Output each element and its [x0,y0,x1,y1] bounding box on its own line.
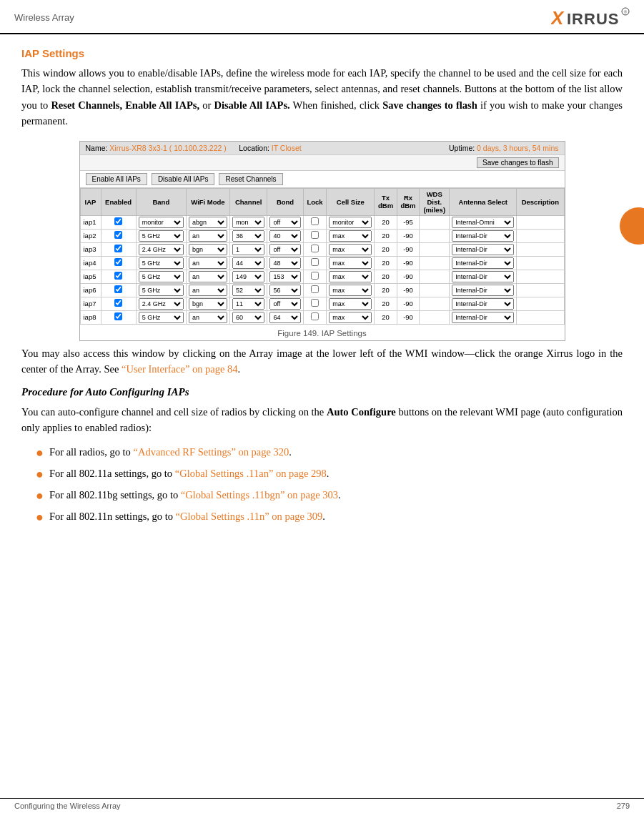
iap-bond-select[interactable]: off [269,298,300,310]
iap-bond-cell[interactable]: 64 [267,310,303,324]
iap-enabled-checkbox[interactable] [114,231,122,239]
iap-cell-size-cell[interactable]: monitor [327,215,375,229]
iap-antenna-cell[interactable]: Internal-Dir [450,229,517,242]
iap-bond-select[interactable]: 153 [269,271,300,282]
iap-bond-select[interactable]: off [269,244,300,255]
iap-band-select[interactable]: 5 GHz5 GHz2.4 GHzmonitor [139,271,184,282]
iap-antenna-cell[interactable]: Internal-Omni [450,215,517,229]
iap-enabled-cell[interactable] [101,270,136,283]
bullet-link[interactable]: “Global Settings .11n” on page 309 [176,511,323,522]
iap-band-cell[interactable]: 5 GHz5 GHz2.4 GHzmonitor [136,283,186,297]
iap-wifi-mode-select[interactable]: abgnanbgnabgn [189,217,227,228]
iap-cell-size-select[interactable]: max [329,285,372,296]
iap-antenna-select[interactable]: Internal-Dir [452,298,514,310]
iap-lock-checkbox[interactable] [311,231,319,239]
iap-band-cell[interactable]: 2.4 GHz5 GHz2.4 GHzmonitor [136,242,186,256]
iap-antenna-select[interactable]: Internal-Dir [452,312,514,323]
iap-antenna-cell[interactable]: Internal-Dir [450,270,517,283]
iap-lock-checkbox[interactable] [311,285,319,293]
iap-enabled-cell[interactable] [101,256,136,270]
iap-wifi-mode-select[interactable]: ananbgnabgn [189,271,227,282]
iap-channel-cell[interactable]: mon [229,215,267,229]
iap-wifi-mode-select[interactable]: bgnanbgnabgn [189,298,227,310]
bullet-link[interactable]: “Global Settings .11bgn” on page 303 [181,489,338,501]
iap-enabled-checkbox[interactable] [114,272,122,280]
user-interface-link[interactable]: “User Interface” on page 84 [122,363,238,375]
iap-wifi-mode-select[interactable]: bgnanbgnabgn [189,244,227,255]
iap-channel-select[interactable]: 60 [232,312,265,323]
iap-channel-cell[interactable]: 60 [229,310,267,324]
iap-channel-cell[interactable]: 149 [229,270,267,283]
save-changes-button[interactable]: Save changes to flash [477,157,558,168]
iap-lock-checkbox[interactable] [311,272,319,280]
iap-band-cell[interactable]: 2.4 GHz5 GHz2.4 GHzmonitor [136,297,186,310]
iap-band-select[interactable]: 5 GHz5 GHz2.4 GHzmonitor [139,257,184,269]
iap-lock-cell[interactable] [303,310,327,324]
iap-wifi-mode-cell[interactable]: ananbgnabgn [187,283,230,297]
iap-cell-size-select[interactable]: max [329,230,372,242]
iap-cell-size-select[interactable]: max [329,271,372,282]
iap-antenna-select[interactable]: Internal-Dir [452,230,514,242]
iap-wifi-mode-cell[interactable]: ananbgnabgn [187,270,230,283]
iap-channel-select[interactable]: 1 [232,244,265,255]
iap-band-select[interactable]: 5 GHz5 GHz2.4 GHzmonitor [139,285,184,296]
iap-channel-select[interactable]: 149 [232,271,265,282]
iap-bond-cell[interactable]: 48 [267,256,303,270]
iap-band-select[interactable]: 2.4 GHz5 GHz2.4 GHzmonitor [139,244,184,255]
iap-band-cell[interactable]: monitor5 GHz2.4 GHzmonitor [136,215,186,229]
iap-antenna-select[interactable]: Internal-Dir [452,285,514,296]
iap-wifi-mode-select[interactable]: ananbgnabgn [189,230,227,242]
iap-bond-cell[interactable]: off [267,297,303,310]
iap-lock-cell[interactable] [303,283,327,297]
iap-channel-select[interactable]: 11 [232,298,265,310]
iap-bond-select[interactable]: 40 [269,230,300,242]
iap-cell-size-cell[interactable]: max [327,310,375,324]
iap-lock-cell[interactable] [303,229,327,242]
iap-cell-size-cell[interactable]: max [327,242,375,256]
iap-channel-select[interactable]: 52 [232,285,265,296]
iap-lock-cell[interactable] [303,215,327,229]
iap-bond-select[interactable]: off [269,217,300,228]
iap-antenna-select[interactable]: Internal-Dir [452,271,514,282]
iap-lock-checkbox[interactable] [311,217,319,225]
iap-wifi-mode-cell[interactable]: ananbgnabgn [187,229,230,242]
iap-cell-size-cell[interactable]: max [327,283,375,297]
iap-band-cell[interactable]: 5 GHz5 GHz2.4 GHzmonitor [136,256,186,270]
iap-channel-select[interactable]: 44 [232,257,265,269]
iap-wifi-mode-cell[interactable]: bgnanbgnabgn [187,297,230,310]
iap-enabled-checkbox[interactable] [114,258,122,266]
iap-antenna-cell[interactable]: Internal-Dir [450,283,517,297]
iap-antenna-select[interactable]: Internal-Dir [452,257,514,269]
bullet-link[interactable]: “Global Settings .11an” on page 298 [175,468,327,479]
iap-cell-size-cell[interactable]: max [327,256,375,270]
iap-channel-cell[interactable]: 11 [229,297,267,310]
iap-lock-checkbox[interactable] [311,312,319,320]
iap-lock-checkbox[interactable] [311,299,319,307]
iap-bond-cell[interactable]: off [267,242,303,256]
iap-lock-cell[interactable] [303,270,327,283]
iap-wifi-mode-select[interactable]: ananbgnabgn [189,257,227,269]
iap-lock-cell[interactable] [303,256,327,270]
iap-enabled-cell[interactable] [101,310,136,324]
iap-enabled-cell[interactable] [101,229,136,242]
enable-all-iaps-button[interactable]: Enable All IAPs [86,173,147,185]
iap-band-cell[interactable]: 5 GHz5 GHz2.4 GHzmonitor [136,310,186,324]
iap-channel-select[interactable]: 36 [232,230,265,242]
iap-cell-size-select[interactable]: monitor [329,217,372,228]
iap-enabled-checkbox[interactable] [114,299,122,307]
iap-channel-cell[interactable]: 36 [229,229,267,242]
iap-cell-size-select[interactable]: max [329,312,372,323]
iap-bond-select[interactable]: 64 [269,312,300,323]
iap-cell-size-cell[interactable]: max [327,297,375,310]
iap-cell-size-cell[interactable]: max [327,270,375,283]
reset-channels-button[interactable]: Reset Channels [219,173,282,185]
bullet-link[interactable]: “Advanced RF Settings” on page 320 [133,446,289,458]
iap-wifi-mode-select[interactable]: ananbgnabgn [189,312,227,323]
iap-lock-cell[interactable] [303,242,327,256]
iap-lock-checkbox[interactable] [311,258,319,266]
iap-band-cell[interactable]: 5 GHz5 GHz2.4 GHzmonitor [136,270,186,283]
iap-band-select[interactable]: 5 GHz5 GHz2.4 GHzmonitor [139,312,184,323]
iap-antenna-cell[interactable]: Internal-Dir [450,256,517,270]
iap-antenna-select[interactable]: Internal-Dir [452,244,514,255]
iap-enabled-checkbox[interactable] [114,217,122,225]
